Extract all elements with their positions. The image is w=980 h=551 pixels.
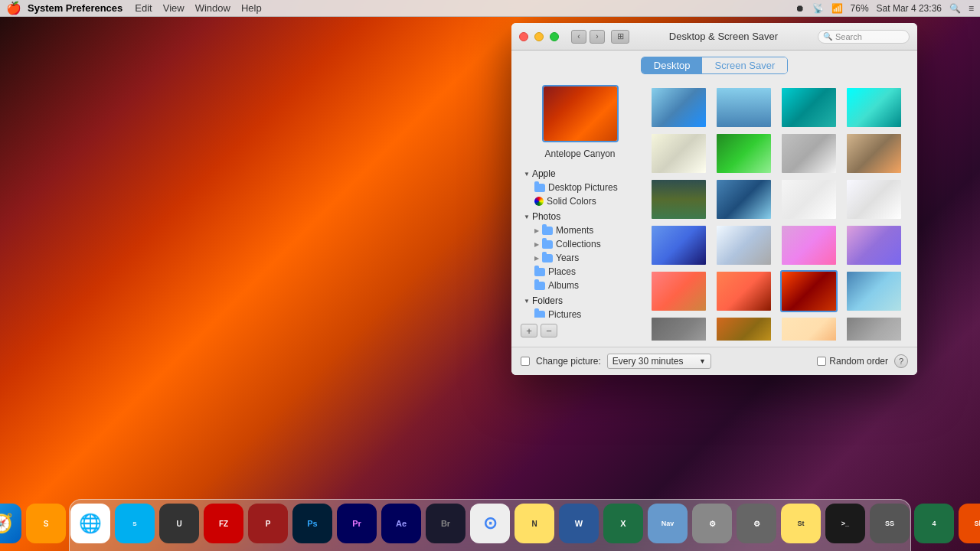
preview-name: Antelope Canyon [521,148,639,159]
preview-image [544,86,617,141]
sidebar-item-albums[interactable]: Albums [521,279,639,292]
dock-notes[interactable]: N [514,504,554,543]
sidebar-item-albums-label: Albums [548,280,579,291]
dock-photoshop[interactable]: Ps [292,504,332,543]
dock-app[interactable]: Sk [959,504,980,543]
sidebar-group-apple-label: Apple [532,168,556,179]
remove-folder-button[interactable]: − [541,324,557,337]
grid-view-button[interactable]: ⊞ [611,30,629,44]
thumbnail-18[interactable] [715,270,773,312]
thumbnail-16[interactable] [845,224,903,266]
thumbnail-3[interactable] [780,86,838,129]
app-name[interactable]: System Preferences [28,2,122,14]
thumbnail-1[interactable] [650,86,707,129]
dock-chromium[interactable]: ⊙ [470,504,510,543]
sidebar-item-pictures[interactable]: Pictures [521,308,639,318]
menu-edit[interactable]: Edit [135,2,152,14]
dock-poker[interactable]: P [248,504,288,543]
thumb-img-16 [847,226,901,265]
tab-screen-saver[interactable]: Screen Saver [702,57,787,73]
dock-unity[interactable]: U [159,504,199,543]
dock-chrome[interactable]: 🌐 [70,504,110,543]
dock-safari[interactable]: 🧭 [0,504,21,543]
sidebar-item-years[interactable]: ▶ Years [521,251,639,265]
thumbnail-7[interactable] [780,132,838,174]
dock-terminal[interactable]: >_ [825,504,865,543]
thumbnail-15[interactable] [780,224,838,266]
sidebar-item-moments[interactable]: ▶ Moments [521,223,639,237]
right-panel [648,85,908,341]
minimize-button[interactable] [534,32,544,41]
menubar-record-icon: ⏺ [795,3,805,14]
thumbnail-23[interactable] [780,316,838,341]
thumbnail-20[interactable] [845,270,903,312]
sidebar-group-folders-header[interactable]: ▼ Folders [521,294,639,308]
thumbnail-8[interactable] [845,132,903,174]
dock-system-prefs2[interactable]: ⚙ [737,504,776,543]
sidebar-item-years-label: Years [556,253,579,263]
dock-word[interactable]: W [559,504,599,543]
change-picture-checkbox[interactable] [521,357,530,366]
menu-view[interactable]: View [163,2,185,14]
dock-screen-sharing[interactable]: SS [870,504,910,543]
preview-box [542,85,619,142]
thumbnail-22[interactable] [715,316,773,341]
thumbnail-11[interactable] [780,178,838,220]
tab-desktop[interactable]: Desktop [642,57,703,73]
thumbnail-21[interactable] [650,316,707,341]
dock-skype[interactable]: S [115,504,155,543]
collapse-triangle-photos: ▼ [524,214,530,220]
thumb-img-8 [847,134,901,173]
thumbnail-9[interactable] [650,178,707,220]
thumbnail-4[interactable] [845,86,903,129]
back-button[interactable]: ‹ [571,30,586,44]
thumbnail-5[interactable] [650,132,707,174]
dock-sandvox[interactable]: S [26,504,66,543]
menubar-list-icon[interactable]: ≡ [969,3,974,14]
forward-button[interactable]: › [590,30,605,44]
dock-system-prefs[interactable]: ⚙ [692,504,732,543]
maximize-button[interactable] [550,32,559,41]
sidebar-group-photos-label: Photos [532,211,560,222]
add-folder-button[interactable]: + [521,324,537,337]
thumbnail-14[interactable] [715,224,773,266]
sidebar-group-photos-header[interactable]: ▼ Photos [521,210,639,223]
apple-menu-icon[interactable]: 🍎 [6,1,21,15]
change-picture-select[interactable]: Every 30 minutes ▼ [607,354,711,369]
sidebar-group-apple-header[interactable]: ▼ Apple [521,167,639,181]
sidebar-group-folders-label: Folders [532,295,563,306]
thumb-img-17 [652,272,706,311]
dock-numbers[interactable]: 4 [914,504,954,543]
thumbnail-2[interactable] [715,86,773,129]
search-field[interactable]: 🔍 Search [818,30,910,44]
thumbnail-17[interactable] [650,270,707,312]
thumbnail-10[interactable] [715,178,773,220]
dock-bridge[interactable]: Br [426,504,466,543]
thumbnail-6[interactable] [715,132,773,174]
thumb-img-6 [717,134,771,173]
menu-window[interactable]: Window [195,2,230,14]
thumbnail-13[interactable] [650,224,707,266]
dock-navigator[interactable]: Nav [648,504,688,543]
dock-after-effects[interactable]: Ae [381,504,421,543]
thumb-img-13 [652,226,706,265]
sidebar-item-places[interactable]: Places [521,265,639,279]
menubar-wifi-icon: 📶 [831,3,843,14]
sub-triangle-collections: ▶ [534,241,539,248]
sidebar-item-solid-colors[interactable]: Solid Colors [521,194,639,208]
dock-premiere[interactable]: Pr [337,504,377,543]
sidebar-item-desktop-pictures[interactable]: Desktop Pictures [521,181,639,194]
dock-filezilla[interactable]: FZ [204,504,243,543]
thumbnail-12[interactable] [845,178,903,220]
close-button[interactable] [519,32,528,41]
thumbnail-19[interactable] [780,270,838,312]
sidebar-item-collections[interactable]: ▶ Collections [521,237,639,251]
dock-excel[interactable]: X [603,504,643,543]
help-button[interactable]: ? [894,354,908,368]
menu-help[interactable]: Help [241,2,262,14]
dock-stickies[interactable]: St [781,504,821,543]
change-picture-label: Change picture: [536,356,601,367]
menubar-search-icon[interactable]: 🔍 [949,3,961,14]
thumbnail-24[interactable] [845,316,903,341]
random-order-checkbox[interactable] [817,357,826,366]
